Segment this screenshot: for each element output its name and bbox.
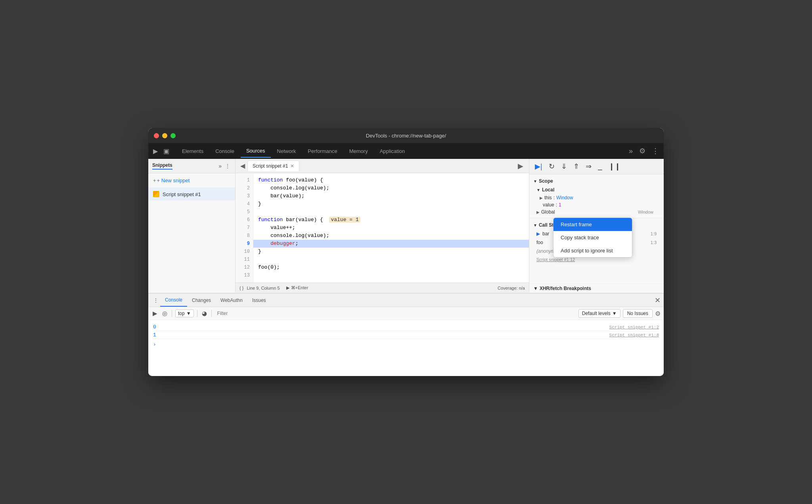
console-source-0[interactable]: Script snippet #1:2 [609, 325, 659, 330]
bottom-tab-console[interactable]: Console [160, 294, 187, 307]
tab-network[interactable]: Network [272, 145, 302, 157]
maximize-button[interactable] [170, 133, 176, 138]
default-levels-arrow: ▼ [612, 311, 617, 316]
default-levels-button[interactable]: Default levels ▼ [578, 309, 620, 318]
run-shortcut: ⌘+Enter [291, 285, 308, 290]
tab-performance[interactable]: Performance [302, 145, 343, 157]
top-dropdown-arrow: ▼ [186, 311, 191, 316]
context-menu-restart-frame[interactable]: Restart frame [553, 218, 632, 231]
cs-foo-left: foo [536, 240, 543, 245]
inspect-icon[interactable]: ▣ [162, 146, 171, 157]
tab-bar-right: » ⚙ ⋮ [627, 145, 661, 157]
bottom-tab-webauthn[interactable]: WebAuthn [216, 294, 247, 306]
xhr-title: XHR/fetch Breakpoints [540, 286, 591, 291]
console-clear-button[interactable]: ▶ [151, 309, 159, 318]
global-val: Window [638, 210, 653, 214]
pause-exceptions-button[interactable]: ❙❙ [607, 161, 622, 172]
tab-memory[interactable]: Memory [344, 145, 373, 157]
console-value-0: 0 [153, 324, 156, 330]
this-key: this [544, 195, 552, 200]
bottom-close-button[interactable]: ✕ [655, 296, 661, 305]
resume-button[interactable]: ▶| [533, 161, 544, 172]
cs-foo-loc: 1:3 [651, 240, 657, 245]
tab-sources[interactable]: Sources [241, 145, 271, 158]
code-line-10: } [253, 248, 529, 256]
console-prompt[interactable]: › [153, 339, 659, 347]
console-value-1: 1 [153, 332, 156, 338]
step-out-button[interactable]: ⇑ [572, 161, 581, 172]
tab-application[interactable]: Application [374, 145, 411, 157]
snippet-name: Script snippet #1 [163, 191, 201, 197]
value-key: value [543, 202, 554, 208]
tab-elements[interactable]: Elements [176, 145, 209, 157]
run-status[interactable]: ▶ ⌘+Enter [286, 285, 308, 290]
console-divider-2 [197, 310, 197, 317]
code-lines: function foo(value) { console.log(value)… [253, 173, 529, 283]
line-num-2: 2 [236, 184, 253, 192]
console-eye-button[interactable]: ◕ [201, 309, 208, 318]
step-into-button[interactable]: ⇓ [559, 161, 569, 172]
main-area: Snippets » ⋮ + + New snippet Script snip… [148, 159, 664, 293]
editor-tabs: ◀ Script snippet #1 ✕ ▶ [236, 159, 529, 173]
editor-tab-snippet[interactable]: Script snippet #1 ✕ [247, 160, 299, 171]
local-title: Local [542, 187, 554, 193]
this-scope-item: ▶ this: Window [533, 194, 660, 201]
run-icon: ▶ [286, 285, 289, 290]
editor-tab-close[interactable]: ✕ [290, 163, 294, 169]
code-line-7: value++; [253, 224, 529, 232]
deactivate-breakpoints-button[interactable]: ⎯ [596, 162, 604, 172]
console-block-button[interactable]: ◎ [161, 309, 169, 318]
bottom-tab-changes[interactable]: Changes [187, 294, 216, 306]
this-expand[interactable]: ▶ [540, 196, 543, 200]
minimize-button[interactable] [162, 133, 167, 138]
line-numbers: 1 2 3 4 5 6 7 8 9 10 11 12 13 [236, 173, 253, 283]
context-menu-copy-stack[interactable]: Copy stack trace [553, 231, 632, 244]
bottom-tab-issues[interactable]: Issues [247, 294, 271, 306]
window-title: DevTools - chrome://new-tab-page/ [366, 133, 446, 139]
settings-icon[interactable]: ⚙ [638, 145, 647, 157]
cs-bar-name: bar [542, 231, 549, 237]
top-context-selector[interactable]: top ▼ [175, 309, 194, 317]
more-options-icon[interactable]: ⋮ [650, 145, 661, 157]
more-sidebar-icon[interactable]: » [218, 162, 222, 170]
scope-section: ▼ Scope ▼ Local ▶ this: Window value: 1 [529, 174, 664, 218]
global-expand[interactable]: ▶ [536, 210, 540, 214]
close-button[interactable] [154, 133, 159, 138]
pretty-print-icon[interactable]: { } [239, 286, 243, 290]
line-num-9: 9 [236, 240, 253, 248]
editor-nav-back[interactable]: ◀ [238, 160, 247, 171]
bottom-panel: ⋮ Console Changes WebAuthn Issues ✕ ▶ ◎ … [148, 293, 664, 376]
scope-title: Scope [539, 178, 553, 184]
code-line-1: function foo(value) { [253, 176, 529, 184]
bottom-tab-right: ✕ [655, 296, 661, 305]
step-button[interactable]: ⇒ [584, 161, 593, 172]
bottom-menu-icon[interactable]: ⋮ [151, 296, 160, 305]
snippet-item[interactable]: Script snippet #1 [148, 188, 235, 200]
line-num-5: 5 [236, 208, 253, 216]
sidebar-header-icons: » ⋮ [218, 162, 231, 170]
console-divider-3 [211, 310, 212, 317]
no-issues-button[interactable]: No Issues [623, 309, 653, 318]
cursor-icon[interactable]: ▶ [151, 146, 159, 157]
step-over-button[interactable]: ↻ [547, 161, 556, 172]
local-header[interactable]: ▼ Local [533, 185, 660, 194]
bottom-tabs: ⋮ Console Changes WebAuthn Issues ✕ [148, 294, 664, 307]
status-left: { } Line 9, Column 5 [239, 286, 280, 290]
console-settings-icon[interactable]: ⚙ [655, 310, 661, 317]
context-menu-ignore-list[interactable]: Add script to ignore list [553, 244, 632, 257]
scope-header[interactable]: ▼ Scope [533, 177, 660, 185]
xhr-section[interactable]: ▼ XHR/fetch Breakpoints [529, 284, 664, 293]
console-source-1[interactable]: Script snippet #1:8 [609, 333, 659, 338]
new-snippet-button[interactable]: + + New snippet [148, 174, 235, 188]
editor-area: ◀ Script snippet #1 ✕ ▶ 1 2 3 4 5 6 7 8 [236, 159, 529, 293]
console-line-0: 0 Script snippet #1:2 [153, 323, 659, 331]
cs-snippet-loc: Script snippet #1:12 [536, 257, 575, 262]
more-tabs-icon[interactable]: » [627, 145, 634, 157]
console-divider-1 [172, 310, 172, 317]
console-filter-input[interactable] [215, 310, 576, 317]
default-levels-label: Default levels [582, 311, 611, 316]
line-num-8: 8 [236, 232, 253, 240]
sidebar-menu-icon[interactable]: ⋮ [224, 162, 231, 170]
editor-run-button[interactable]: ▶ [515, 160, 527, 172]
tab-console[interactable]: Console [210, 145, 240, 157]
